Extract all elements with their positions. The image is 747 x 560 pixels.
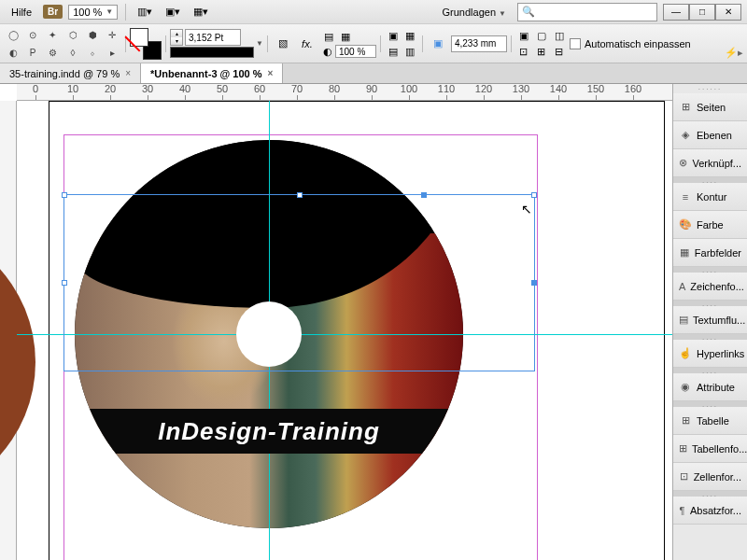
close-icon[interactable]: ×: [268, 68, 274, 78]
panel-icon: ▦: [679, 246, 690, 259]
panel-icon: ☝: [679, 347, 692, 360]
panel-icon: A: [679, 280, 685, 293]
stroke-weight-input[interactable]: 3,152 Pt: [185, 29, 241, 46]
drop-shadow-icon[interactable]: ▤: [320, 29, 337, 44]
workspace: 0102030405060708090100110120130140150160…: [0, 84, 672, 560]
panel-seiten[interactable]: ⊞Seiten: [673, 93, 747, 121]
close-button[interactable]: ✕: [715, 4, 741, 21]
control-toolbar: ◯⊙✦ ◐P⚙ ⬡⬢✛ ◊⬨▸ ▴▾ 3,152 Pt ▼ ▧ fx. ▤▦ ◐…: [0, 24, 747, 63]
zoom-combo[interactable]: 100 %▼: [68, 5, 118, 20]
cd-center-hole: [236, 301, 302, 367]
menubar: Hilfe Br 100 %▼ ▥▾ ▣▾ ▦▾ Grundlagen ▼ 🔍 …: [0, 0, 747, 24]
window-controls: ― □ ✕: [663, 4, 741, 21]
screen-mode-icon[interactable]: ▣▾: [162, 3, 184, 21]
panel-farbe[interactable]: 🎨Farbe: [673, 211, 747, 239]
panel-hyperlinks[interactable]: ☝Hyperlinks: [673, 340, 747, 368]
fitting-group[interactable]: ▣▢◫ ⊡⊞⊟: [515, 28, 568, 59]
doc-tab-1[interactable]: 35-training.indd @ 79 %×: [0, 63, 141, 83]
opacity-input[interactable]: 100 %: [335, 45, 376, 58]
panel-icon: ⊞: [679, 414, 692, 427]
corner-tools[interactable]: ⬡⬢✛ ◊⬨▸: [63, 26, 121, 61]
fx-icon[interactable]: fx.: [296, 35, 318, 53]
zoom-value: 100 %: [73, 7, 102, 18]
panel-attribute[interactable]: ◉Attribute: [673, 373, 747, 401]
search-icon: 🔍: [522, 6, 535, 18]
panel-zellenfor...[interactable]: ⊡Zellenfor...: [673, 463, 747, 491]
view-options-icon[interactable]: ▥▾: [134, 3, 156, 21]
checkbox-icon: [570, 38, 581, 49]
maximize-button[interactable]: □: [689, 4, 715, 21]
panel-tabellenfo...[interactable]: ⊞Tabellenfo...: [673, 435, 747, 463]
panel-ebenen[interactable]: ◈Ebenen: [673, 121, 747, 149]
transform-tools[interactable]: ◯⊙✦ ◐P⚙: [4, 26, 62, 61]
panel-absatzfor...[interactable]: ¶Absatzfor...: [673, 497, 747, 525]
stroke-style[interactable]: [170, 47, 254, 58]
fit-frame-icon[interactable]: ▣: [427, 35, 449, 53]
panel-label: Seiten: [697, 102, 726, 113]
panel-kontur[interactable]: ≡Kontur: [673, 183, 747, 211]
panel-label: Hyperlinks: [697, 348, 744, 359]
panel-textumflu...[interactable]: ▤Textumflu...: [673, 306, 747, 334]
search-input[interactable]: 🔍: [517, 3, 657, 21]
panel-label: Verknüpf...: [692, 158, 741, 169]
stroke-stepper[interactable]: ▴▾: [170, 29, 183, 46]
doc-tab-2[interactable]: *Unbenannt-3 @ 100 %×: [141, 63, 283, 83]
panel-icon: ⊞: [679, 442, 687, 455]
panel-label: Attribute: [697, 382, 735, 393]
panel-label: Tabellenfo...: [692, 443, 747, 455]
panel-label: Farbe: [697, 219, 724, 231]
cursor-icon: ↖: [521, 202, 532, 217]
panel-label: Zeichenfo...: [690, 281, 743, 292]
flyout-icon[interactable]: ⚡▸: [725, 47, 743, 65]
separator: [125, 4, 126, 21]
document-tabs: 35-training.indd @ 79 %× *Unbenannt-3 @ …: [0, 63, 747, 84]
menu-help[interactable]: Hilfe: [6, 4, 37, 21]
canvas[interactable]: InDesign-Training ↖: [17, 101, 672, 560]
panel-label: Textumflu...: [693, 315, 745, 326]
panel-label: Tabelle: [697, 415, 729, 427]
panel-icon: ◈: [679, 129, 692, 142]
text-wrap-group[interactable]: ▣▦ ▤▥: [385, 28, 418, 59]
panel-label: Zellenfor...: [694, 471, 741, 483]
panel-grip[interactable]: ∙∙∙∙∙∙: [673, 84, 747, 93]
panel-label: Farbfelder: [695, 247, 741, 259]
dropdown-icon: ▼: [106, 7, 113, 16]
minimize-button[interactable]: ―: [663, 4, 689, 21]
panel-icon: ⊞: [679, 101, 692, 114]
panel-dock: ∙∙∙∙∙∙ ⊞Seiten◈Ebenen⊗Verknüpf...∙∙∙∙≡Ko…: [672, 84, 747, 560]
fill-stroke-swatch[interactable]: [130, 28, 162, 60]
bridge-badge[interactable]: Br: [43, 5, 63, 19]
panel-icon: ▤: [679, 314, 688, 327]
panel-icon: ◉: [679, 381, 692, 394]
panel-label: Ebenen: [697, 130, 732, 141]
ruler-horizontal[interactable]: 0102030405060708090100110120130140150160: [17, 84, 672, 101]
title-banner: InDesign-Training: [75, 409, 463, 454]
panel-label: Kontur: [697, 191, 726, 203]
panel-verknüpf...[interactable]: ⊗Verknüpf...: [673, 149, 747, 177]
panel-tabelle[interactable]: ⊞Tabelle: [673, 407, 747, 435]
arrange-icon[interactable]: ▦▾: [190, 3, 212, 21]
effects-icon[interactable]: ▧: [272, 35, 294, 53]
close-icon[interactable]: ×: [125, 68, 131, 78]
panel-icon: 🎨: [679, 218, 692, 231]
panel-icon: ⊗: [679, 157, 687, 170]
cd-title-text: InDesign-Training: [158, 417, 380, 446]
panel-zeichenfo...[interactable]: AZeichenfo...: [673, 273, 747, 301]
workspace-switcher[interactable]: Grundlagen ▼: [437, 4, 512, 21]
panel-label: Absatzfor...: [690, 505, 741, 516]
dimension-input[interactable]: 4,233 mm: [451, 35, 507, 52]
panel-icon: ≡: [679, 190, 692, 203]
panel-icon: ¶: [679, 504, 685, 517]
panel-icon: ⊡: [679, 470, 689, 483]
autofit-checkbox[interactable]: Automatisch einpassen: [570, 38, 691, 49]
panel-farbfelder[interactable]: ▦Farbfelder: [673, 239, 747, 267]
